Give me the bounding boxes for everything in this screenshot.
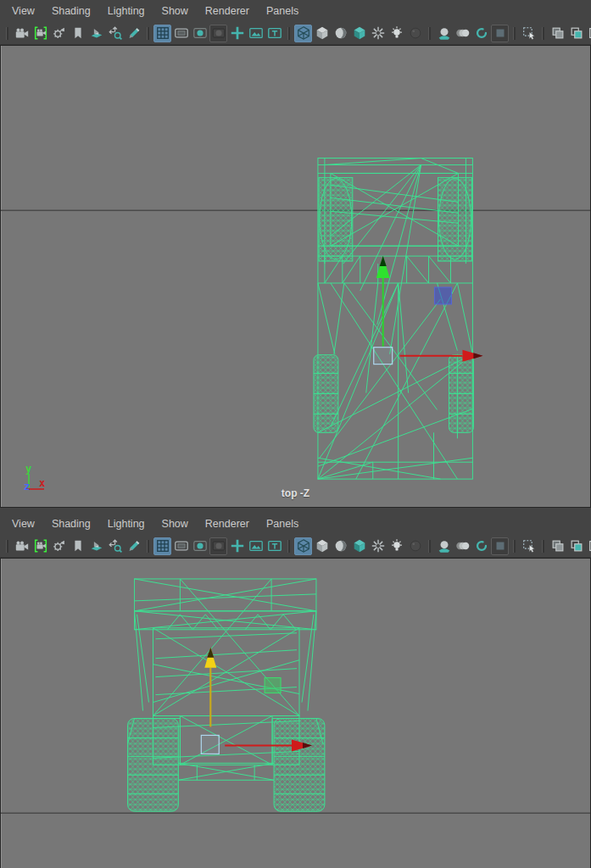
- xray-active-icon[interactable]: [567, 537, 585, 555]
- flat-shade-icon[interactable]: [369, 25, 387, 42]
- menu-shading[interactable]: Shading: [43, 515, 99, 532]
- menu-lighting[interactable]: Lighting: [99, 515, 153, 532]
- camera-attributes-icon[interactable]: [50, 537, 68, 555]
- menu-renderer[interactable]: Renderer: [197, 515, 258, 532]
- manipulator-center-handle[interactable]: [201, 735, 219, 754]
- toolbar-divider: [428, 27, 431, 40]
- wireframe-scene-front-view: [1, 559, 590, 868]
- menu-view[interactable]: View: [3, 3, 43, 19]
- toolbar-divider: [147, 27, 149, 40]
- menu-show[interactable]: Show: [153, 515, 197, 532]
- panel-toolbar: [0, 535, 591, 558]
- safe-action-icon[interactable]: [247, 537, 265, 555]
- menu-panels[interactable]: Panels: [258, 3, 307, 19]
- resolution-gate-icon[interactable]: [191, 25, 209, 42]
- textured-display-icon[interactable]: [350, 25, 368, 42]
- selection-highlighting-icon[interactable]: [520, 537, 538, 555]
- toolbar-divider: [147, 540, 149, 553]
- viewport-front[interactable]: [0, 558, 591, 868]
- isolate-select-icon[interactable]: [586, 537, 591, 555]
- field-chart-icon[interactable]: [228, 537, 246, 555]
- grid-button[interactable]: [153, 537, 171, 555]
- isolate-select-icon[interactable]: [586, 25, 591, 42]
- wireframe-display-button[interactable]: [294, 25, 312, 42]
- image-plate-button[interactable]: [491, 537, 509, 555]
- toolbar-divider: [6, 27, 8, 40]
- gate-mask-icon[interactable]: [209, 537, 227, 555]
- pan-zoom-icon[interactable]: [106, 537, 124, 555]
- anti-aliasing-icon[interactable]: [472, 537, 490, 555]
- xray-icon[interactable]: [549, 25, 566, 42]
- view-label: top -Z: [1, 487, 590, 499]
- safe-title-icon[interactable]: [265, 537, 283, 555]
- manipulator-center-handle[interactable]: [374, 348, 393, 364]
- manipulator-plane-handle[interactable]: [265, 678, 281, 693]
- viewport-top[interactable]: y x z top -Z: [0, 45, 591, 508]
- grease-pencil-icon[interactable]: [125, 537, 142, 555]
- ambient-occlusion-icon[interactable]: [435, 537, 453, 555]
- anti-aliasing-icon[interactable]: [472, 25, 490, 42]
- toolbar-divider: [6, 540, 8, 553]
- toolbar-divider: [287, 27, 290, 40]
- film-gate-icon[interactable]: [172, 25, 190, 42]
- toolbar-divider: [513, 27, 516, 40]
- grease-pencil-icon[interactable]: [125, 25, 142, 42]
- panel-front-view: ViewShadingLightingShowRendererPanels: [0, 513, 591, 868]
- material-sphere-icon[interactable]: [332, 25, 349, 42]
- menu-show[interactable]: Show: [153, 3, 197, 19]
- image-plate-button[interactable]: [491, 25, 509, 42]
- lock-camera-icon[interactable]: [31, 25, 49, 42]
- image-plane-icon[interactable]: [87, 25, 105, 42]
- field-chart-icon[interactable]: [228, 25, 246, 42]
- menu-renderer[interactable]: Renderer: [197, 3, 258, 19]
- manipulator-plane-handle[interactable]: [435, 287, 452, 304]
- lights-icon[interactable]: [387, 537, 405, 555]
- toolbar-divider: [513, 540, 516, 553]
- motion-blur-icon[interactable]: [454, 25, 471, 42]
- gate-mask-icon[interactable]: [209, 25, 227, 42]
- wireframe-scene-top-view: [1, 46, 590, 507]
- material-sphere-icon[interactable]: [332, 537, 349, 555]
- menu-lighting[interactable]: Lighting: [99, 3, 153, 19]
- shaded-display-icon[interactable]: [313, 25, 331, 42]
- motion-blur-icon[interactable]: [454, 537, 471, 555]
- toolbar-divider: [542, 540, 544, 553]
- lock-camera-icon[interactable]: [31, 537, 49, 555]
- toolbar-divider: [428, 540, 431, 553]
- menu-shading[interactable]: Shading: [43, 3, 99, 19]
- xray-icon[interactable]: [549, 537, 566, 555]
- panel-toolbar: [0, 22, 591, 45]
- panel-menubar: ViewShadingLightingShowRendererPanels: [0, 513, 591, 535]
- xray-active-icon[interactable]: [567, 25, 585, 42]
- bookmark-icon[interactable]: [69, 25, 86, 42]
- wireframe-display-button[interactable]: [294, 537, 312, 555]
- ambient-occlusion-icon[interactable]: [435, 25, 453, 42]
- selection-highlighting-icon[interactable]: [520, 25, 538, 42]
- toolbar-divider: [542, 27, 544, 40]
- wireframe-truck-front: [128, 579, 325, 811]
- shadows-icon[interactable]: [406, 25, 424, 42]
- resolution-gate-icon[interactable]: [191, 537, 209, 555]
- select-camera-icon[interactable]: [13, 25, 31, 42]
- textured-display-icon[interactable]: [350, 537, 368, 555]
- maya-viewport-layout: ViewShadingLightingShowRendererPanels: [0, 0, 591, 868]
- shaded-display-icon[interactable]: [313, 537, 331, 555]
- panel-top-view: ViewShadingLightingShowRendererPanels: [0, 0, 591, 508]
- panel-menubar: ViewShadingLightingShowRendererPanels: [0, 0, 591, 22]
- menu-panels[interactable]: Panels: [258, 515, 307, 532]
- svg-text:y: y: [25, 463, 31, 475]
- pan-zoom-icon[interactable]: [106, 25, 124, 42]
- menu-view[interactable]: View: [3, 515, 43, 532]
- shadows-icon[interactable]: [406, 537, 424, 555]
- image-plane-icon[interactable]: [87, 537, 105, 555]
- bookmark-icon[interactable]: [69, 537, 86, 555]
- select-camera-icon[interactable]: [13, 537, 31, 555]
- flat-shade-icon[interactable]: [369, 537, 387, 555]
- safe-action-icon[interactable]: [247, 25, 265, 42]
- lights-icon[interactable]: [387, 25, 405, 42]
- toolbar-divider: [287, 540, 290, 553]
- film-gate-icon[interactable]: [172, 537, 190, 555]
- camera-attributes-icon[interactable]: [50, 25, 68, 42]
- safe-title-icon[interactable]: [265, 25, 283, 42]
- grid-button[interactable]: [153, 25, 171, 42]
